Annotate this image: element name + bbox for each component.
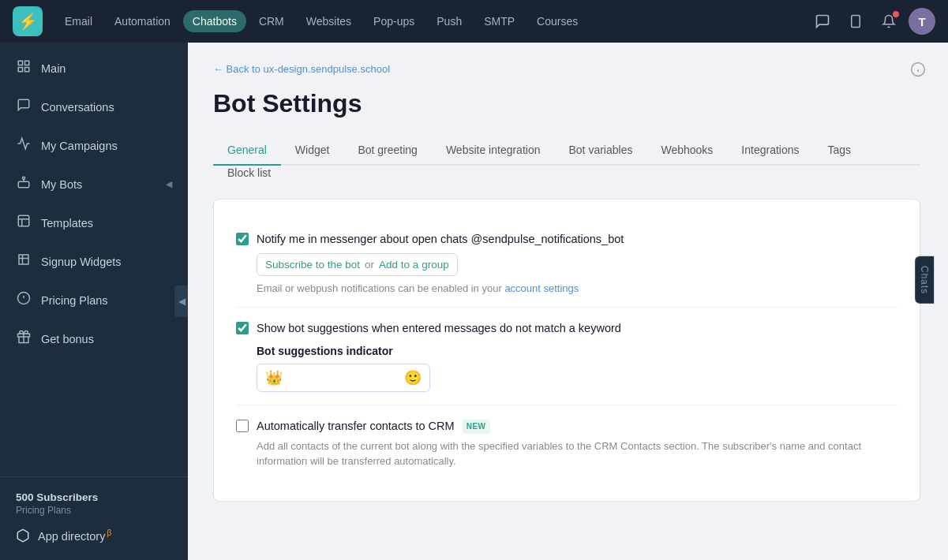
suggestions-label: Show bot suggestions when entered messag… (257, 320, 621, 336)
suggestions-checkbox[interactable] (236, 322, 249, 334)
sidebar-item-signup-widgets[interactable]: Signup Widgets (0, 242, 188, 281)
nav-websites[interactable]: Websites (297, 10, 361, 32)
sidebar-item-templates-label: Templates (41, 217, 172, 230)
main-content: ← Back to ux-design.sendpulse.school Bot… (188, 43, 948, 560)
info-button[interactable] (910, 62, 926, 81)
back-link[interactable]: ← Back to ux-design.sendpulse.school (213, 63, 390, 75)
nav-popups[interactable]: Pop-ups (364, 10, 424, 32)
sidebar-item-pricing-plans[interactable]: Pricing Plans (0, 281, 188, 319)
notification-icon-btn[interactable] (875, 8, 902, 35)
my-bots-chevron: ◀ (166, 179, 172, 189)
emoji-input-row: 👑 🙂 (257, 364, 430, 392)
notify-info-text: Email or webpush notifications can be en… (257, 282, 897, 294)
sidebar-item-get-bonus[interactable]: Get bonus (0, 319, 188, 358)
sidebar-menu: Main Conversations My Campaigns My Bots (0, 43, 188, 476)
setting-notify: Notify me in messenger about open chats … (236, 218, 897, 308)
notification-dot (893, 11, 899, 17)
bot-suggestions-indicator-label: Bot suggestions indicator (257, 345, 897, 357)
layout: Main Conversations My Campaigns My Bots (0, 43, 948, 560)
tab-bot-variables[interactable]: Bot variables (554, 136, 646, 166)
setting-crm: Automatically transfer contacts to CRM N… (236, 405, 897, 482)
chats-side-tab[interactable]: Chats (915, 256, 934, 304)
svg-rect-3 (25, 61, 29, 65)
subscribe-to-bot-link[interactable]: Subscribe to the bot (265, 259, 360, 271)
notify-checkbox[interactable] (236, 233, 249, 245)
suggestions-checkbox-row: Show bot suggestions when entered messag… (236, 320, 897, 336)
sidebar-item-conversations-label: Conversations (41, 101, 172, 114)
top-nav: ⚡ Email Automation Chatbots CRM Websites… (0, 0, 948, 43)
tab-widget[interactable]: Widget (281, 136, 344, 166)
svg-rect-11 (18, 215, 29, 226)
get-bonus-icon (16, 330, 32, 348)
sidebar-item-my-bots-label: My Bots (41, 178, 156, 191)
svg-rect-4 (18, 68, 22, 72)
tab-integrations[interactable]: Integrations (727, 136, 813, 166)
sidebar-item-app-directory[interactable]: App directoryβ (0, 521, 188, 554)
svg-rect-0 (852, 16, 860, 28)
svg-rect-6 (18, 181, 29, 188)
sidebar-item-pricing-plans-label: Pricing Plans (41, 294, 172, 307)
plan-info[interactable]: 500 Subscribers Pricing Plans (0, 483, 188, 521)
subscribe-link-row: Subscribe to the bot or Add to a group (257, 253, 458, 276)
sidebar-collapse-btn[interactable]: ◀ (174, 286, 188, 317)
main-icon (16, 59, 32, 77)
svg-point-7 (23, 177, 25, 179)
beta-badge: β (107, 528, 111, 537)
avatar[interactable]: T (909, 8, 935, 35)
plan-sub: Pricing Plans (16, 505, 172, 516)
sidebar-bottom: 500 Subscribers Pricing Plans App direct… (0, 476, 188, 560)
account-settings-link[interactable]: account settings (504, 282, 579, 294)
pricing-plans-icon (16, 291, 32, 309)
my-campaigns-icon (16, 136, 32, 155)
nav-courses[interactable]: Courses (527, 10, 587, 32)
or-text: or (365, 259, 374, 271)
my-bots-icon (16, 175, 32, 193)
crm-description: Add all contacts of the current bot alon… (257, 439, 897, 469)
sidebar-item-my-bots[interactable]: My Bots ◀ (0, 165, 188, 203)
plan-title: 500 Subscribers (16, 491, 172, 503)
settings-card: Notify me in messenger about open chats … (213, 199, 920, 502)
add-to-group-link[interactable]: Add to a group (379, 259, 449, 271)
sidebar-item-templates[interactable]: Templates (0, 203, 188, 242)
sidebar-item-my-campaigns[interactable]: My Campaigns (0, 126, 188, 165)
svg-rect-2 (18, 61, 22, 65)
emoji-value: 👑 (265, 369, 404, 386)
nav-right: T (809, 8, 935, 35)
app-directory-label: App directoryβ (38, 528, 111, 543)
nav-chatbots[interactable]: Chatbots (183, 10, 246, 32)
sidebar-item-main[interactable]: Main (0, 49, 188, 88)
nav-automation[interactable]: Automation (105, 10, 180, 32)
mobile-icon-btn[interactable] (842, 8, 869, 35)
sidebar: Main Conversations My Campaigns My Bots (0, 43, 188, 560)
app-directory-icon (16, 528, 30, 543)
svg-rect-5 (25, 68, 29, 72)
nav-email[interactable]: Email (55, 10, 102, 32)
nav-crm[interactable]: CRM (249, 10, 294, 32)
page-title: Bot Settings (213, 89, 920, 118)
sidebar-item-get-bonus-label: Get bonus (41, 333, 172, 345)
sidebar-item-my-campaigns-label: My Campaigns (41, 140, 172, 152)
tabs-bar: General Widget Bot greeting Website inte… (213, 136, 920, 166)
tab-website-integration[interactable]: Website integration (432, 136, 555, 166)
logo[interactable]: ⚡ (13, 6, 43, 36)
crm-label: Automatically transfer contacts to CRM N… (257, 418, 490, 434)
nav-push[interactable]: Push (427, 10, 471, 32)
chat-icon-btn[interactable] (809, 8, 836, 35)
tab-block-list[interactable]: Block list (213, 159, 285, 187)
content-inner: ← Back to ux-design.sendpulse.school Bot… (188, 43, 946, 527)
emoji-picker-btn[interactable]: 🙂 (404, 369, 422, 386)
templates-icon (16, 214, 32, 232)
sidebar-item-signup-widgets-label: Signup Widgets (41, 256, 172, 268)
conversations-icon (16, 98, 32, 116)
setting-suggestions: Show bot suggestions when entered messag… (236, 308, 897, 405)
crm-checkbox[interactable] (236, 420, 249, 432)
tab-webhooks[interactable]: Webhooks (646, 136, 727, 166)
tab-bot-greeting[interactable]: Bot greeting (343, 136, 432, 166)
notify-label: Notify me in messenger about open chats … (257, 231, 624, 247)
crm-checkbox-row: Automatically transfer contacts to CRM N… (236, 418, 897, 434)
new-badge: NEW (463, 420, 490, 434)
tab-tags[interactable]: Tags (814, 136, 866, 166)
nav-smtp[interactable]: SMTP (474, 10, 524, 32)
sidebar-item-conversations[interactable]: Conversations (0, 88, 188, 126)
sidebar-item-main-label: Main (41, 62, 172, 75)
